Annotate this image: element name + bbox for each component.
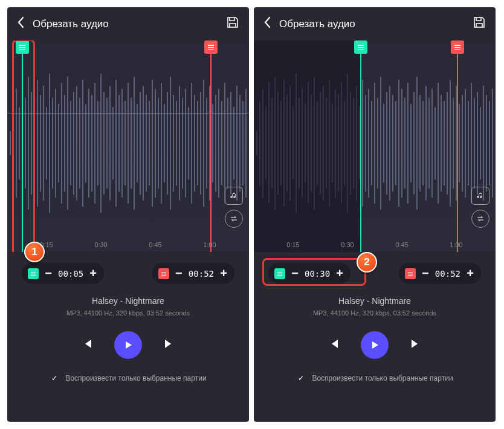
start-time-value: 00:30 <box>305 269 330 279</box>
start-time-plus-button[interactable]: + <box>88 266 98 280</box>
time-tick: 0:45 <box>395 241 408 248</box>
time-tick: 0:30 <box>94 241 107 248</box>
time-tick: 0:30 <box>341 241 354 248</box>
annotation-badge: 2 <box>357 252 377 273</box>
start-time-control: − 00:30 + <box>268 263 351 284</box>
track-meta: MP3, 44100 Hz, 320 kbps, 03:52 seconds <box>13 309 243 317</box>
waveform-side-buttons <box>471 187 489 228</box>
track-title: Halsey - Nightmare <box>260 296 489 306</box>
time-tick: 1:00 <box>203 241 216 248</box>
end-time-control: − 00:52 + <box>152 263 234 284</box>
time-controls: − 00:05 + − 00:52 + <box>7 252 249 290</box>
start-flag-icon <box>274 268 285 279</box>
waveform-side-buttons <box>225 187 243 228</box>
checkbox-label: Воспроизвести только выбранные партии <box>65 374 206 382</box>
track-title: Halsey - Nightmare <box>13 296 243 306</box>
start-time-value: 00:05 <box>58 269 83 279</box>
checkbox-icon[interactable]: ✓ <box>50 373 59 383</box>
page-title: Обрезать аудио <box>33 18 109 30</box>
playback-controls <box>254 323 496 367</box>
back-icon[interactable] <box>17 16 24 31</box>
save-icon[interactable] <box>226 16 239 32</box>
start-time-minus-button[interactable]: − <box>290 266 300 280</box>
checkbox-icon[interactable]: ✓ <box>296 373 306 383</box>
start-time-minus-button[interactable]: − <box>44 266 53 280</box>
play-selection-only-row[interactable]: ✓ Воспроизвести только выбранные партии <box>254 367 496 389</box>
play-selection-only-row[interactable]: ✓ Воспроизвести только выбранные партии <box>7 367 249 389</box>
end-time-minus-button[interactable]: − <box>421 266 430 280</box>
end-marker-flag-icon[interactable] <box>451 40 464 54</box>
header: Обрезать аудио <box>254 7 496 40</box>
time-tick: 0:15 <box>286 241 299 248</box>
play-button[interactable] <box>114 331 142 359</box>
music-note-icon[interactable] <box>471 187 489 205</box>
track-meta: MP3, 44100 Hz, 320 kbps, 03:52 seconds <box>260 309 489 317</box>
music-note-icon[interactable] <box>225 187 243 205</box>
end-flag-icon <box>158 268 169 279</box>
track-info: Halsey - Nightmare MP3, 44100 Hz, 320 kb… <box>7 290 249 323</box>
end-flag-icon <box>405 268 416 279</box>
start-marker[interactable] <box>360 40 361 252</box>
start-time-control: − 00:05 + <box>22 263 104 284</box>
end-marker[interactable] <box>457 40 458 252</box>
play-button[interactable] <box>361 331 389 359</box>
skip-start-button[interactable] <box>80 337 94 353</box>
end-marker[interactable] <box>210 40 212 252</box>
time-tick: 0:45 <box>149 241 161 248</box>
end-time-plus-button[interactable]: + <box>219 266 228 280</box>
back-icon[interactable] <box>263 16 271 31</box>
swap-icon[interactable] <box>471 210 489 228</box>
screen-right: Обрезать аудио 0:15 0:30 <box>254 7 496 422</box>
end-marker-flag-icon[interactable] <box>204 40 218 54</box>
swap-icon[interactable] <box>225 210 243 228</box>
time-axis: 0:15 0:30 0:45 1:00 <box>254 241 496 248</box>
start-marker-flag-icon[interactable] <box>354 40 367 54</box>
page-title: Обрезать аудио <box>279 18 355 30</box>
end-time-plus-button[interactable]: + <box>465 266 475 280</box>
skip-end-button[interactable] <box>409 337 422 353</box>
end-time-minus-button[interactable]: − <box>174 266 184 280</box>
playback-controls <box>7 323 249 367</box>
time-tick: 1:00 <box>450 241 462 248</box>
header: Обрезать аудио <box>7 7 249 40</box>
track-info: Halsey - Nightmare MP3, 44100 Hz, 320 kb… <box>254 290 496 323</box>
end-time-control: − 00:52 + <box>399 263 481 284</box>
skip-end-button[interactable] <box>163 337 176 353</box>
screen-left: Обрезать аудио 0 <box>7 7 249 422</box>
skip-start-button[interactable] <box>327 337 340 353</box>
waveform-area[interactable]: 0:15 0:30 0:45 1:00 <box>254 40 496 252</box>
waveform-area[interactable]: 0:15 0:30 0:45 1:00 <box>7 40 249 252</box>
time-controls: − 00:30 + 2 − 00:52 + <box>254 252 496 290</box>
checkbox-label: Воспроизвести только выбранные партии <box>312 374 453 382</box>
annotation-badge: 1 <box>24 242 45 262</box>
start-time-plus-button[interactable]: + <box>335 266 344 280</box>
end-time-value: 00:52 <box>435 269 460 279</box>
start-flag-icon <box>28 268 39 279</box>
end-time-value: 00:52 <box>189 269 214 279</box>
start-marker[interactable] <box>22 40 23 252</box>
start-marker-flag-icon[interactable] <box>16 40 29 54</box>
save-icon[interactable] <box>473 16 486 32</box>
